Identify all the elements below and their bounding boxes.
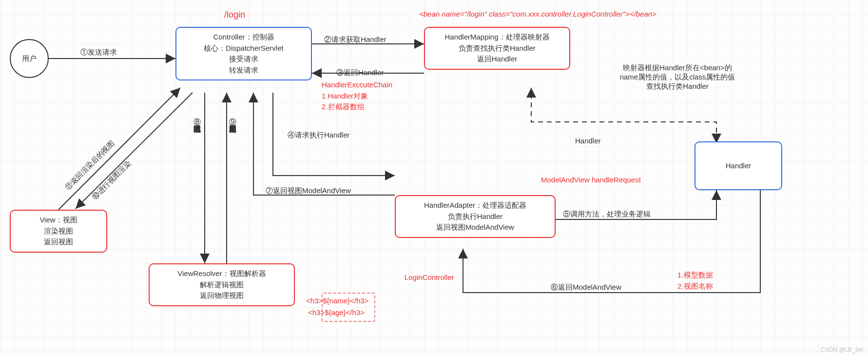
handler-mapping-l1: HandlerMapping：处理器映射器	[444, 32, 549, 43]
mapping-note-3: 查找执行类Handler	[599, 82, 755, 91]
handler-adapter-l2: 负责执行Handler	[448, 211, 503, 222]
mapping-note-2: name属性的值，以及class属性的值	[599, 73, 755, 82]
edge-10-label: ⑩进行视图渲染	[90, 159, 133, 202]
edge-4-label: ④请求执行Handler	[288, 131, 350, 140]
controller-l3: 接受请求	[229, 54, 258, 65]
mapping-note: 映射器根据Handler所在<bean>的 name属性的值，以及class属性…	[599, 63, 755, 91]
edge-2-label: ②请求获取Handler	[324, 35, 386, 44]
view-resolver-l3: 返回物理视图	[200, 290, 244, 301]
view-resolver-node: ViewResolver：视图解析器 解析逻辑视图 返回物理视图	[149, 263, 295, 306]
bean-def-annotation: <bean name="/login" class="com.xxx.contr…	[419, 10, 656, 18]
handle-request-annotation: ModelAndView handleRequest	[541, 176, 641, 184]
user-node: 用户	[10, 39, 49, 78]
view-resolver-l2: 解析逻辑视图	[200, 279, 244, 291]
tpl-1: <h3>${name}</h3>	[306, 297, 368, 305]
exchain-1: 1.Handler对象	[322, 92, 368, 101]
view-resolver-l1: ViewResolver：视图解析器	[177, 268, 266, 279]
view-l3: 返回视图	[44, 237, 73, 248]
edge-1-label: ①发送请求	[80, 48, 117, 57]
handler-mapping-l2: 负责查找执行类Handler	[459, 43, 536, 54]
login-controller-annotation: LoginController	[405, 273, 454, 281]
handler-mapping-l3: 返回Handler	[477, 54, 518, 65]
edge-3-label: ③返回Handler	[336, 68, 384, 78]
handler-adapter-l1: HandlerAdapter：处理器适配器	[424, 200, 526, 211]
user-label: 用户	[22, 54, 37, 63]
mv-2: 2.视图名称	[677, 282, 713, 291]
tpl-2: <h3>${age}</h3>	[308, 308, 365, 316]
edge-6-label: ⑥返回ModelAndView	[551, 283, 621, 292]
view-node: View：视图 渲染视图 返回视图	[10, 210, 107, 253]
handler-node: Handler	[694, 141, 782, 190]
controller-node: Controller：控制器 核心：DispatcherServlet 接受请求…	[175, 27, 312, 80]
exchain-2: 2.拦截器数组	[322, 102, 365, 112]
exchain-title: HandlerExccuteChain	[322, 80, 392, 89]
view-l1: View：视图	[39, 215, 77, 226]
edge-8-label: ⑧通过视图名称查找视图	[193, 112, 202, 119]
controller-l1: Controller：控制器	[213, 32, 274, 43]
edge-7-label: ⑦返回视图ModelAndView	[266, 186, 351, 196]
controller-l2: 核心：DispatcherServlet	[204, 43, 283, 54]
handler-label: Handler	[726, 160, 752, 172]
handler-adapter-node: HandlerAdapter：处理器适配器 负责执行Handler 返回视图Mo…	[395, 195, 556, 238]
mapping-note-1: 映射器根据Handler所在<bean>的	[599, 63, 755, 73]
view-l2: 渲染视图	[44, 226, 73, 237]
handler-mapping-node: HandlerMapping：处理器映射器 负责查找执行类Handler 返回H…	[424, 27, 570, 70]
edge-handler-dashed-label: Handler	[575, 137, 601, 145]
login-path-annotation: /login	[224, 10, 245, 20]
handler-adapter-l3: 返回视图ModelAndView	[436, 222, 514, 233]
controller-l4: 转发请求	[229, 65, 258, 76]
mv-1: 1.模型数据	[677, 271, 713, 280]
watermark: CSDN @LB_bei	[821, 346, 863, 353]
edge-5-label: ⑤调用方法，处理业务逻辑	[563, 210, 651, 219]
edge-9-label: ⑨返回真正的视图对象	[228, 112, 237, 119]
svg-line-6	[58, 88, 180, 210]
